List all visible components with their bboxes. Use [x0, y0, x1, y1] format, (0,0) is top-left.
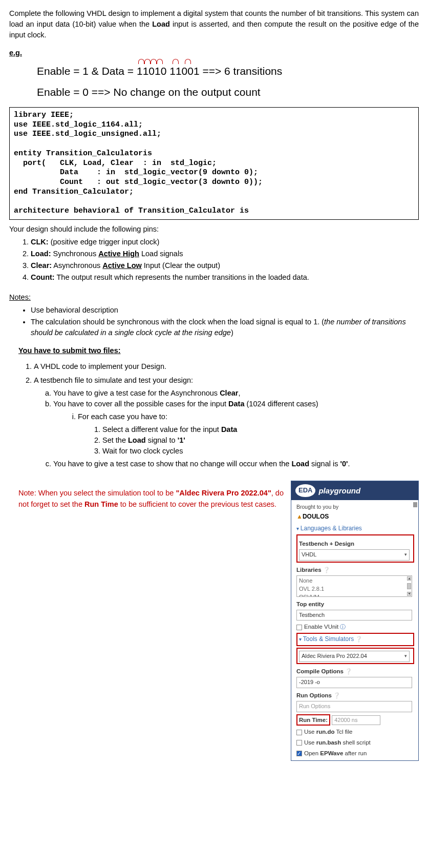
eda-libraries-label: Libraries❔ — [296, 566, 414, 574]
list-item[interactable]: OVL 2.8.1 — [299, 585, 410, 593]
pin-item-count: Count: The output result which represent… — [31, 272, 419, 283]
eda-run-options-input[interactable]: Run Options — [296, 701, 412, 712]
eda-section-languages[interactable]: Languages & Libraries — [296, 524, 414, 533]
eda-tb-design-highlight: Testbench + Design VHDL▾ — [296, 534, 414, 563]
eda-tb-design-select[interactable]: VHDL▾ — [299, 549, 410, 561]
example1-suffix: ==> 6 transitions — [200, 65, 283, 77]
intro-paragraph: Complete the following VHDL design to im… — [9, 8, 419, 40]
eda-brand-word: playground — [318, 485, 360, 497]
submit-item-2: A testbench file to simulate and test yo… — [34, 375, 419, 469]
eda-top-entity-label: Top entity — [296, 600, 414, 609]
checkbox-unchecked-icon[interactable] — [296, 730, 302, 735]
eda-doulos-logo: ▲DOULOS — [296, 512, 414, 521]
eda-run-options-label: Run Options❔ — [296, 691, 414, 700]
submit-sub-i: For each case you have to: Select a diff… — [78, 411, 419, 457]
transition-arcs — [137, 59, 200, 65]
checkbox-unchecked-icon[interactable] — [296, 625, 302, 630]
eda-top-entity-input[interactable]: Testbench — [296, 610, 412, 621]
eda-use-rundo-row[interactable]: Use run.do Tcl file — [296, 728, 414, 736]
submit-item-1: A VHDL code to implement your Design. — [34, 361, 419, 372]
eda-libraries-list[interactable]: None OVL 2.8.1 OSVVM ▲ ▼ — [296, 575, 412, 597]
example-line-2: Enable = 0 ==> No change on the output c… — [37, 85, 419, 100]
eda-compile-options-input[interactable]: -2019 -o — [296, 677, 412, 688]
eda-brought-by: Brought to you by — [296, 503, 414, 511]
eda-logo: EDA — [295, 484, 315, 497]
eda-run-time-row: Run Time: 42000 ns — [296, 714, 414, 726]
list-item[interactable]: OSVVM — [299, 593, 410, 597]
red-runtime-note: Note: When you select the simulation too… — [9, 481, 284, 509]
notes-list: Use behavioral description The calculati… — [22, 305, 419, 338]
scroll-up-icon[interactable]: ▲ — [407, 576, 411, 581]
help-icon[interactable]: ❔ — [355, 636, 362, 642]
checkbox-checked-icon[interactable] — [296, 751, 302, 756]
pin-item-clk: CLK: (positive edge trigger input clock) — [31, 237, 419, 247]
pins-intro: Your design should include the following… — [9, 224, 419, 235]
eda-simulator-highlight: Aldec Riviera Pro 2022.04▾ — [296, 648, 414, 664]
submit-sub-b: You have to cover all the possible cases… — [53, 399, 419, 457]
note-item: The calculation should be synchronous wi… — [31, 317, 419, 338]
scroll-down-icon[interactable]: ▼ — [407, 592, 411, 596]
example1-data: 11010 11001 — [137, 64, 200, 79]
pin-list: CLK: (positive edge trigger input clock)… — [22, 237, 419, 283]
eda-playground-panel: EDA playground Brought to you by ▲DOULOS… — [291, 481, 419, 761]
eda-header: EDA playground — [291, 481, 418, 500]
eda-tb-design-label: Testbench + Design — [299, 540, 412, 548]
eda-tools-section-highlight: Tools & Simulators❔ — [296, 633, 414, 646]
vhdl-code-box: library IEEE; use IEEE.std_logic_1164.al… — [9, 107, 419, 220]
eda-simulator-select[interactable]: Aldec Riviera Pro 2022.04▾ — [299, 651, 410, 662]
submit-files-label: You have to submit two files: — [18, 345, 419, 356]
help-icon[interactable]: ❔ — [323, 567, 330, 573]
submit-sub-c: You have to give a test case to show tha… — [53, 459, 419, 469]
notes-label: Notes: — [9, 292, 419, 303]
eda-open-epwave-row[interactable]: Open EPWave after run — [296, 749, 414, 758]
eda-use-runbash-row[interactable]: Use run.bash shell script — [296, 738, 414, 747]
eda-section-tools[interactable]: Tools & Simulators❔ — [299, 635, 412, 644]
note-item: Use behavioral description — [31, 305, 419, 316]
eda-run-time-label: Run Time: — [296, 714, 330, 726]
pin-item-load: Load: Synchronous Active High Load signa… — [31, 249, 419, 259]
submit-sub-step: Select a different value for the input D… — [102, 424, 419, 435]
eda-compile-options-label: Compile Options❔ — [296, 667, 414, 676]
list-item[interactable]: None — [299, 577, 410, 585]
example1-prefix: Enable = 1 & Data = — [37, 65, 137, 77]
eda-enable-vunit-row[interactable]: Enable VUnitⓘ — [296, 623, 414, 631]
submit-sub-step: Set the Load signal to '1' — [102, 435, 419, 446]
info-icon[interactable]: ⓘ — [340, 624, 346, 630]
scroll-thumb[interactable] — [407, 583, 411, 589]
example-label: e.g. — [9, 48, 419, 58]
submit-sub-a: You have to give a test case for the Asy… — [53, 388, 419, 399]
submit-sub-step: Wait for two clock cycles — [102, 446, 419, 457]
example-line-1: Enable = 1 & Data = 11010 11001 ==> 6 tr… — [37, 64, 419, 79]
help-icon[interactable]: ❔ — [345, 668, 352, 674]
submit-list: A VHDL code to implement your Design. A … — [25, 361, 419, 469]
pin-item-clear: Clear: Asynchronous Active Low Input (Cl… — [31, 260, 419, 271]
checkbox-unchecked-icon[interactable] — [296, 740, 302, 746]
eda-run-time-input[interactable]: 42000 ns — [332, 715, 380, 726]
help-icon[interactable]: ❔ — [333, 692, 340, 698]
